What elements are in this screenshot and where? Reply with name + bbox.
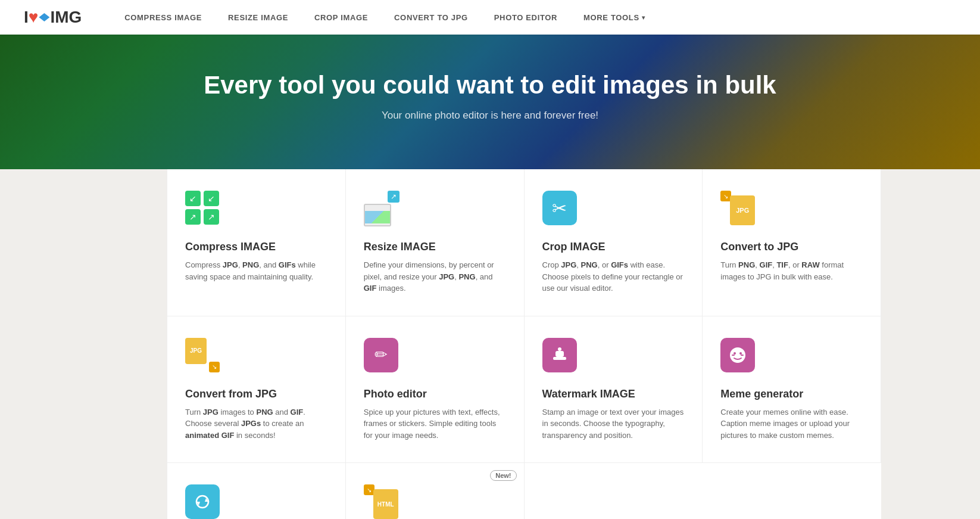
to-jpg-desc: Turn PNG, GIF, TIF, or RAW format images… <box>720 259 863 282</box>
compress-arrow-br: ↗ <box>204 209 219 225</box>
tool-card-crop[interactable]: ✂ Crop IMAGE Crop JPG, PNG, or GIFs with… <box>525 169 703 316</box>
hero-section: Every tool you could want to edit images… <box>0 35 980 169</box>
navbar: I ♥ IMG COMPRESS IMAGE RESIZE IMAGE CROP… <box>0 0 980 35</box>
nav-resize[interactable]: RESIZE IMAGE <box>215 0 301 35</box>
compress-arrow-tr: ↙ <box>204 191 219 206</box>
resize-img-bg <box>364 204 391 226</box>
hero-headline: Every tool you could want to edit images… <box>204 70 776 100</box>
to-jpg-file: JPG <box>730 195 755 225</box>
crop-icon: ✂ <box>542 191 580 229</box>
tools-grid: ↙ ↙ ↗ ↗ Compress IMAGE Compress JPG, PNG… <box>167 169 881 519</box>
new-badge: New! <box>490 470 516 481</box>
svg-point-2 <box>558 347 561 351</box>
compress-arrow-tl: ↙ <box>185 191 201 206</box>
from-jpg-file: JPG <box>185 338 207 364</box>
tool-card-meme[interactable]: Meme generator Create your memes online … <box>703 316 881 464</box>
meme-icon <box>720 338 759 376</box>
logo-diamond-icon <box>39 13 49 21</box>
tool-card-compress[interactable]: ↙ ↙ ↗ ↗ Compress IMAGE Compress JPG, PNG… <box>167 169 346 316</box>
meme-desc: Create your memes online with ease. Capt… <box>720 406 863 442</box>
watermark-title: Watermark IMAGE <box>542 388 685 400</box>
logo-img-text: IMG <box>50 8 82 27</box>
chevron-down-icon: ▾ <box>642 14 645 21</box>
tool-card-photo-editor[interactable]: ✏ Photo editor Spice up your pictures wi… <box>346 316 525 464</box>
scissors-icon: ✂ <box>552 198 567 219</box>
svg-point-5 <box>739 352 742 355</box>
resize-title: Resize IMAGE <box>364 241 506 253</box>
logo-i: I <box>24 8 29 27</box>
nav-more-tools[interactable]: MORE TOOLS ▾ <box>570 0 658 35</box>
watermark-icon <box>542 338 580 376</box>
tool-card-html[interactable]: New! ↘ HTML HTML to IMAGE Convert webpag… <box>346 463 525 519</box>
nav-compress[interactable]: COMPRESS IMAGE <box>111 0 215 35</box>
rotate-arrows-icon <box>193 492 212 511</box>
compress-desc: Compress JPG, PNG, and GIFs while saving… <box>185 259 327 282</box>
from-jpg-desc: Turn JPG images to PNG and GIF. Choose s… <box>185 406 327 442</box>
to-jpg-icon: ↘ JPG <box>720 191 759 229</box>
resize-icon: ↗ <box>364 191 402 229</box>
logo[interactable]: I ♥ IMG <box>24 8 82 27</box>
crop-title: Crop IMAGE <box>542 241 685 253</box>
from-jpg-title: Convert from JPG <box>185 388 327 400</box>
nav-editor[interactable]: PHOTO EDITOR <box>481 0 570 35</box>
tool-card-from-jpg[interactable]: JPG ↘ Convert from JPG Turn JPG images t… <box>167 316 346 464</box>
photo-editor-icon: ✏ <box>364 338 402 376</box>
meme-title: Meme generator <box>720 388 863 400</box>
tool-card-to-jpg[interactable]: ↘ JPG Convert to JPG Turn PNG, GIF, TIF,… <box>703 169 881 316</box>
photo-editor-title: Photo editor <box>364 388 506 400</box>
svg-rect-0 <box>553 357 566 360</box>
tool-card-watermark[interactable]: Watermark IMAGE Stamp an image or text o… <box>525 316 703 464</box>
compress-title: Compress IMAGE <box>185 241 327 253</box>
to-jpg-title: Convert to JPG <box>720 241 863 253</box>
logo-heart: ♥ <box>29 8 39 27</box>
resize-desc: Define your dimensions, by percent or pi… <box>364 259 506 294</box>
pencil-icon: ✏ <box>374 346 388 364</box>
compress-arrow-bl: ↗ <box>185 209 201 225</box>
svg-point-4 <box>734 352 736 355</box>
nav-more-tools-label: MORE TOOLS <box>583 13 639 22</box>
watermark-desc: Stamp an image or text over your images … <box>542 406 685 442</box>
html-file: HTML <box>373 489 398 519</box>
tool-card-resize[interactable]: ↗ Resize IMAGE Define your dimensions, b… <box>346 169 525 316</box>
nav-convert[interactable]: CONVERT TO JPG <box>381 0 481 35</box>
nav-crop[interactable]: CROP IMAGE <box>301 0 381 35</box>
html-icon: ↘ HTML <box>364 484 402 519</box>
resize-arrow-icon: ↗ <box>388 191 400 203</box>
stamp-icon <box>551 346 569 364</box>
face-icon <box>728 346 747 365</box>
compress-icon: ↙ ↙ ↗ ↗ <box>185 191 223 229</box>
tools-container: ↙ ↙ ↗ ↗ Compress IMAGE Compress JPG, PNG… <box>167 169 881 519</box>
crop-desc: Crop JPG, PNG, or GIFs with ease. Choose… <box>542 259 685 294</box>
nav-links: COMPRESS IMAGE RESIZE IMAGE CROP IMAGE C… <box>111 0 658 35</box>
rotate-icon <box>185 484 223 519</box>
tool-card-rotate[interactable]: Rotate IMAGE Rotate many images JPG, PNG… <box>167 463 346 519</box>
photo-editor-desc: Spice up your pictures with text, effect… <box>364 406 506 442</box>
from-jpg-icon: JPG ↘ <box>185 338 223 376</box>
svg-rect-1 <box>555 351 564 357</box>
hero-subtext: Your online photo editor is here and for… <box>382 110 598 122</box>
from-jpg-arrow: ↘ <box>209 362 220 372</box>
